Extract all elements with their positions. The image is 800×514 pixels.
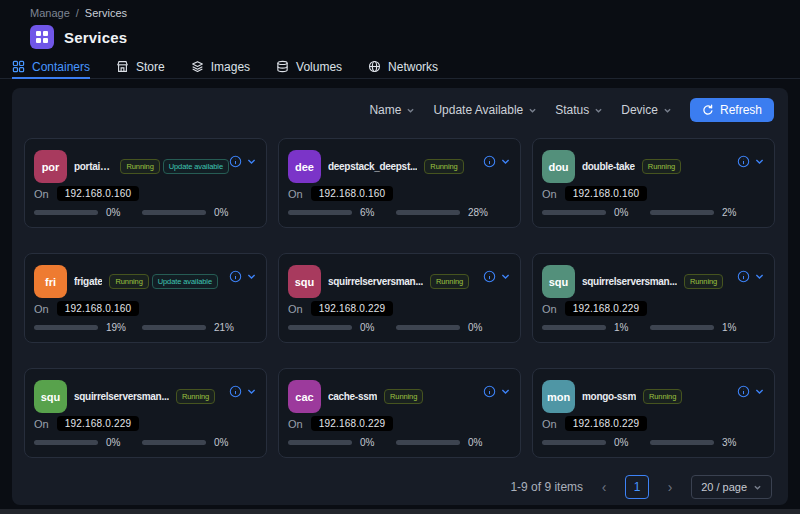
refresh-icon bbox=[702, 104, 714, 116]
pagination: 1-9 of 9 items ‹ 1 › 20 / page bbox=[510, 475, 772, 499]
progress-track bbox=[396, 325, 460, 330]
progress-label: 0% bbox=[614, 207, 636, 218]
filter-status[interactable]: Status bbox=[555, 103, 603, 117]
usage-row: 1% 1% bbox=[542, 322, 765, 333]
service-card-body: On 192.168.0.229 0% 0% bbox=[288, 301, 511, 333]
containers-icon bbox=[12, 60, 25, 73]
host-row: On 192.168.0.160 bbox=[34, 186, 257, 201]
page-size-value: 20 / page bbox=[701, 481, 747, 493]
breadcrumb-separator: / bbox=[76, 7, 79, 19]
service-card-header: squ squirrelserversman... Running bbox=[542, 265, 765, 298]
filter-label: Name bbox=[369, 103, 401, 117]
host-chip: 192.168.0.229 bbox=[311, 416, 394, 431]
volumes-icon bbox=[276, 60, 289, 73]
info-icon[interactable] bbox=[737, 270, 750, 283]
expand-chevron-icon[interactable] bbox=[246, 156, 257, 167]
pagination-summary: 1-9 of 9 items bbox=[510, 480, 583, 494]
status-badge: Running bbox=[643, 389, 682, 404]
title-bar: Services bbox=[30, 25, 127, 49]
filter-update-available[interactable]: Update Available bbox=[433, 103, 537, 117]
info-icon[interactable] bbox=[737, 385, 750, 398]
service-card-header: fri frigate RunningUpdate available bbox=[34, 265, 257, 298]
info-icon[interactable] bbox=[483, 155, 496, 168]
page-number-button[interactable]: 1 bbox=[625, 475, 649, 499]
host-label: On bbox=[542, 303, 557, 315]
service-card: squ squirrelserversman... Running On 192… bbox=[532, 253, 775, 343]
filter-device[interactable]: Device bbox=[621, 103, 672, 117]
info-icon[interactable] bbox=[483, 270, 496, 283]
tab-containers[interactable]: Containers bbox=[12, 56, 90, 79]
service-card: squ squirrelserversman... Running On 192… bbox=[278, 253, 521, 343]
card-actions bbox=[737, 155, 765, 168]
progress-track bbox=[396, 210, 460, 215]
badge-list: Running bbox=[424, 159, 463, 174]
page-size-select[interactable]: 20 / page bbox=[691, 475, 772, 499]
info-icon[interactable] bbox=[229, 385, 242, 398]
progress-track bbox=[542, 325, 606, 330]
expand-chevron-icon[interactable] bbox=[500, 271, 511, 282]
progress-label: 0% bbox=[468, 437, 490, 448]
status-badge: Update available bbox=[163, 159, 229, 174]
service-card-body: On 192.168.0.229 0% 0% bbox=[288, 416, 511, 448]
status-badge: Running bbox=[120, 159, 159, 174]
service-name: cache-ssm bbox=[328, 391, 377, 402]
store-icon bbox=[116, 60, 129, 73]
tab-label: Store bbox=[136, 60, 165, 74]
info-icon[interactable] bbox=[483, 385, 496, 398]
host-label: On bbox=[288, 303, 303, 315]
service-card: squ squirrelserversman... Running On 192… bbox=[24, 368, 267, 458]
progress-track bbox=[142, 440, 206, 445]
tab-label: Networks bbox=[388, 60, 438, 74]
progress-track bbox=[542, 210, 606, 215]
service-card-header: por portainer_agent RunningUpdate availa… bbox=[34, 150, 257, 183]
progress-label: 19% bbox=[106, 322, 128, 333]
usage-row: 0% 0% bbox=[34, 437, 257, 448]
host-chip: 192.168.0.160 bbox=[57, 186, 140, 201]
cards-grid: por portainer_agent RunningUpdate availa… bbox=[24, 138, 775, 458]
chevron-down-icon bbox=[663, 106, 672, 115]
expand-chevron-icon[interactable] bbox=[754, 386, 765, 397]
tab-networks[interactable]: Networks bbox=[368, 56, 438, 79]
host-row: On 192.168.0.229 bbox=[542, 416, 765, 431]
usage-row: 0% 0% bbox=[34, 207, 257, 218]
usage-row: 6% 28% bbox=[288, 207, 511, 218]
expand-chevron-icon[interactable] bbox=[500, 386, 511, 397]
expand-chevron-icon[interactable] bbox=[246, 271, 257, 282]
usage-row: 0% 0% bbox=[288, 322, 511, 333]
progress-label: 1% bbox=[614, 322, 636, 333]
progress-label: 21% bbox=[214, 322, 236, 333]
host-label: On bbox=[34, 303, 49, 315]
host-chip: 192.168.0.160 bbox=[565, 186, 648, 201]
expand-chevron-icon[interactable] bbox=[754, 156, 765, 167]
service-avatar: fri bbox=[34, 265, 67, 298]
expand-chevron-icon[interactable] bbox=[754, 271, 765, 282]
filter-label: Update Available bbox=[433, 103, 523, 117]
expand-chevron-icon[interactable] bbox=[500, 156, 511, 167]
progress-label: 2% bbox=[722, 207, 744, 218]
info-icon[interactable] bbox=[737, 155, 750, 168]
progress-track bbox=[542, 440, 606, 445]
expand-chevron-icon[interactable] bbox=[246, 386, 257, 397]
prev-page-button[interactable]: ‹ bbox=[593, 476, 615, 498]
info-icon[interactable] bbox=[229, 270, 242, 283]
tab-volumes[interactable]: Volumes bbox=[276, 56, 342, 79]
breadcrumb-services[interactable]: Services bbox=[85, 7, 127, 19]
badge-list: RunningUpdate available bbox=[109, 274, 218, 289]
tab-images[interactable]: Images bbox=[191, 56, 250, 79]
badge-list: Running bbox=[643, 389, 682, 404]
tab-store[interactable]: Store bbox=[116, 56, 165, 79]
usage-row: 0% 2% bbox=[542, 207, 765, 218]
progress-label: 0% bbox=[106, 437, 128, 448]
service-card-header: dee deepstack_deepst... Running bbox=[288, 150, 511, 183]
info-icon[interactable] bbox=[229, 155, 242, 168]
service-card-body: On 192.168.0.229 0% 3% bbox=[542, 416, 765, 448]
breadcrumb-manage[interactable]: Manage bbox=[30, 7, 70, 19]
service-card: dee deepstack_deepst... Running On 192.1… bbox=[278, 138, 521, 228]
status-badge: Running bbox=[176, 389, 215, 404]
filter-name[interactable]: Name bbox=[369, 103, 415, 117]
progress-label: 3% bbox=[722, 437, 744, 448]
next-page-button[interactable]: › bbox=[659, 476, 681, 498]
refresh-button[interactable]: Refresh bbox=[690, 98, 774, 122]
footer-strip bbox=[0, 509, 800, 514]
images-icon bbox=[191, 60, 204, 73]
